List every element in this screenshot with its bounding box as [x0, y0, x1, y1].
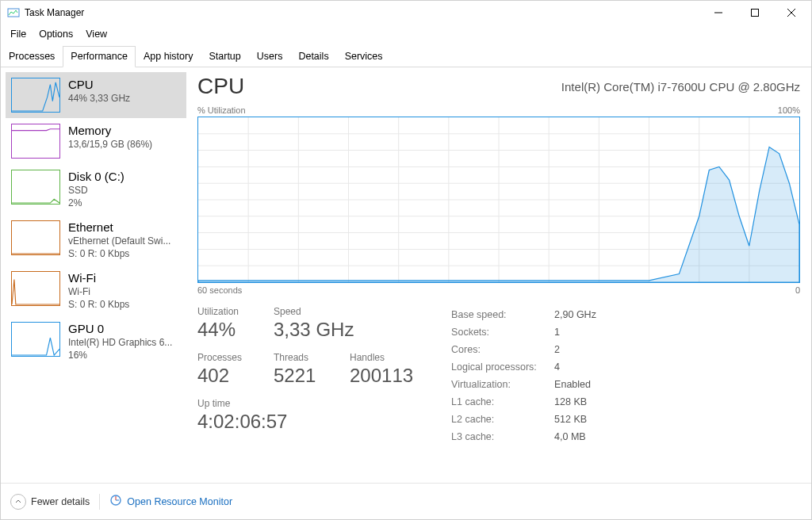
cpu-utilization-chart[interactable]	[197, 117, 800, 283]
virt-value: Enabled	[554, 376, 591, 393]
ethernet-sub2: S: 0 R: 0 Kbps	[68, 247, 170, 260]
tab-processes[interactable]: Processes	[1, 46, 63, 67]
cores-value: 2	[554, 341, 560, 358]
sockets-label: Sockets:	[451, 323, 554, 341]
fewer-details-label: Fewer details	[31, 496, 90, 507]
handles-label: Handles	[350, 352, 413, 363]
disk-thumbnail	[11, 170, 60, 205]
main-panel: CPU Intel(R) Core(TM) i7-7600U CPU @ 2.8…	[186, 67, 811, 483]
logical-label: Logical processors:	[451, 358, 554, 376]
uptime-label: Up time	[197, 398, 413, 409]
wifi-sub1: Wi-Fi	[68, 285, 129, 298]
window-title: Task Manager	[25, 7, 84, 18]
ethernet-sub1: vEthernet (Default Swi...	[68, 235, 170, 247]
threads-value: 5221	[274, 365, 327, 387]
gpu-sub1: Intel(R) HD Graphics 6...	[68, 336, 172, 349]
processes-label: Processes	[197, 352, 251, 363]
performance-sidebar: CPU 44% 3,33 GHz Memory 13,6/15,9 GB (86…	[1, 67, 186, 483]
sidebar-item-disk[interactable]: Disk 0 (C:) SSD 2%	[6, 164, 186, 215]
gpu-title: GPU 0	[68, 322, 172, 336]
threads-label: Threads	[274, 352, 327, 363]
resource-monitor-icon	[109, 494, 122, 509]
tabbar: Processes Performance App history Startu…	[1, 45, 811, 67]
app-icon	[7, 6, 20, 19]
open-resource-monitor-label: Open Resource Monitor	[127, 496, 232, 507]
ethernet-thumbnail	[11, 220, 60, 255]
sidebar-item-cpu[interactable]: CPU 44% 3,33 GHz	[6, 72, 186, 118]
tab-startup[interactable]: Startup	[201, 46, 248, 67]
chart-label-100: 100%	[778, 105, 800, 115]
footer-divider	[99, 494, 100, 510]
chart-label-0: 0	[795, 285, 800, 295]
menu-view[interactable]: View	[79, 27, 113, 41]
memory-title: Memory	[68, 124, 152, 138]
speed-label: Speed	[274, 306, 354, 317]
l1-value: 128 KB	[554, 393, 587, 411]
wifi-title: Wi-Fi	[68, 271, 129, 285]
cpu-title: CPU	[68, 78, 130, 92]
disk-title: Disk 0 (C:)	[68, 170, 124, 184]
wifi-sub2: S: 0 R: 0 Kbps	[68, 298, 129, 311]
chart-bottom-labels: 60 seconds 0	[197, 285, 800, 295]
stats-left: Utilization 44% Speed 3,33 GHz Processes…	[197, 306, 413, 445]
tab-details[interactable]: Details	[290, 46, 336, 67]
handles-value: 200113	[350, 365, 413, 387]
tab-users[interactable]: Users	[249, 46, 291, 67]
memory-thumbnail	[11, 124, 60, 159]
basespeed-label: Base speed:	[451, 306, 554, 323]
minimize-button[interactable]	[700, 1, 737, 25]
cores-label: Cores:	[451, 341, 554, 358]
virt-label: Virtualization:	[451, 376, 554, 393]
utilization-value: 44%	[197, 319, 251, 341]
task-manager-window: Task Manager File Options View Processes…	[0, 0, 812, 520]
menu-options[interactable]: Options	[33, 27, 79, 41]
disk-sub2: 2%	[68, 197, 124, 209]
disk-sub1: SSD	[68, 184, 124, 197]
utilization-label: Utilization	[197, 306, 251, 317]
l2-label: L2 cache:	[451, 411, 554, 428]
titlebar[interactable]: Task Manager	[1, 1, 811, 25]
uptime-value: 4:02:06:57	[197, 411, 413, 433]
sidebar-item-ethernet[interactable]: Ethernet vEthernet (Default Swi... S: 0 …	[6, 215, 186, 266]
sidebar-item-memory[interactable]: Memory 13,6/15,9 GB (86%)	[6, 118, 186, 164]
cpu-sub: 44% 3,33 GHz	[68, 92, 130, 105]
memory-sub: 13,6/15,9 GB (86%)	[68, 138, 152, 151]
ethernet-title: Ethernet	[68, 220, 170, 235]
processes-value: 402	[197, 365, 251, 387]
l1-label: L1 cache:	[451, 393, 554, 411]
wifi-thumbnail	[11, 271, 60, 306]
footer: Fewer details Open Resource Monitor	[1, 483, 811, 519]
chart-top-labels: % Utilization 100%	[197, 105, 800, 115]
logical-value: 4	[554, 358, 560, 376]
window-controls	[700, 1, 810, 25]
chevron-up-icon	[10, 494, 26, 510]
page-title: CPU	[197, 74, 244, 99]
l3-label: L3 cache:	[451, 428, 554, 445]
gpu-thumbnail	[11, 322, 60, 357]
open-resource-monitor-link[interactable]: Open Resource Monitor	[109, 494, 232, 509]
sockets-value: 1	[554, 323, 560, 341]
chart-label-util: % Utilization	[197, 105, 246, 115]
stats-right: Base speed:2,90 GHz Sockets:1 Cores:2 Lo…	[451, 306, 596, 445]
close-button[interactable]	[773, 1, 810, 25]
l3-value: 4,0 MB	[554, 428, 586, 445]
menu-file[interactable]: File	[4, 27, 33, 41]
gpu-sub2: 16%	[68, 349, 172, 361]
menubar: File Options View	[1, 25, 811, 44]
sidebar-item-gpu[interactable]: GPU 0 Intel(R) HD Graphics 6... 16%	[6, 316, 186, 367]
tab-performance[interactable]: Performance	[63, 46, 136, 67]
fewer-details-button[interactable]: Fewer details	[10, 494, 90, 510]
chart-label-60s: 60 seconds	[197, 285, 242, 295]
tab-app-history[interactable]: App history	[136, 46, 201, 67]
l2-value: 512 KB	[554, 411, 587, 428]
basespeed-value: 2,90 GHz	[554, 306, 596, 323]
sidebar-item-wifi[interactable]: Wi-Fi Wi-Fi S: 0 R: 0 Kbps	[6, 266, 186, 316]
maximize-button[interactable]	[737, 1, 773, 25]
svg-rect-2	[752, 10, 759, 17]
cpu-model: Intel(R) Core(TM) i7-7600U CPU @ 2.80GHz	[561, 80, 800, 94]
tab-services[interactable]: Services	[337, 46, 391, 67]
cpu-thumbnail	[11, 78, 60, 113]
speed-value: 3,33 GHz	[274, 319, 354, 341]
